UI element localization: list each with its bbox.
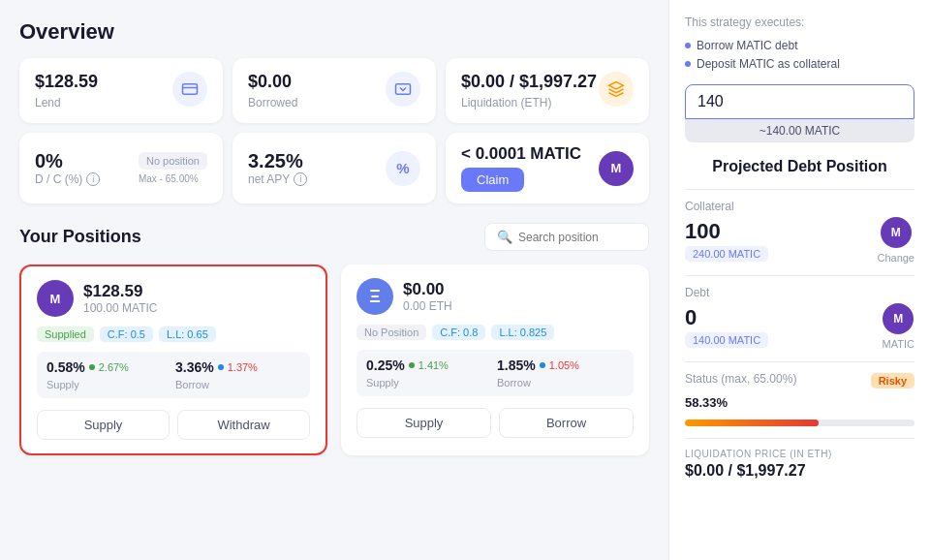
debt-matic-icon: M bbox=[883, 303, 914, 334]
amount-input-section: MATIC ~140.00 MATIC bbox=[685, 84, 914, 142]
eth-supply-rate: 0.25% bbox=[366, 358, 405, 373]
supply-label: Supply bbox=[46, 379, 79, 390]
eth-supply-label: Supply bbox=[366, 377, 399, 389]
lend-card: $128.59 Lend bbox=[19, 58, 223, 123]
dc-info-icon[interactable]: i bbox=[86, 172, 100, 186]
supplied-badge: Supplied bbox=[37, 327, 94, 342]
lend-label: Lend bbox=[35, 96, 98, 109]
risky-badge: Risky bbox=[871, 373, 914, 389]
svg-rect-0 bbox=[183, 84, 198, 95]
collateral-icon-wrap: M Change bbox=[877, 217, 914, 264]
amount-input-wrap: MATIC bbox=[685, 84, 914, 119]
matic-position-rates: 0.58% 2.67% Supply 3.36% 1.37% Borrow bbox=[37, 352, 310, 398]
search-input[interactable] bbox=[518, 231, 636, 244]
currency-label: MATIC bbox=[903, 87, 914, 117]
liq-value: $0.00 / $1,997.27 bbox=[685, 462, 914, 480]
liquidation-section: LIQUIDATION PRICE (IN ETH) $0.00 / $1,99… bbox=[685, 449, 914, 480]
netapy-card: 3.25% net APY i % bbox=[232, 133, 436, 203]
eth-position-sub: 0.00 ETH bbox=[403, 299, 452, 313]
no-position-badge: No position bbox=[139, 152, 207, 170]
overview-cards-row1: $128.59 Lend $0.00 Borrowed bbox=[19, 58, 649, 123]
dc-value: 0% bbox=[35, 150, 100, 172]
lend-value: $128.59 bbox=[35, 72, 98, 92]
eth-supply-change: 1.41% bbox=[418, 359, 449, 371]
rewards-card: < 0.0001 MATIC Claim M bbox=[446, 133, 649, 203]
search-box[interactable]: 🔍 bbox=[484, 223, 649, 251]
eth-supply-rate-dot bbox=[409, 362, 415, 368]
matic-position-sub: 100.00 MATIC bbox=[83, 301, 157, 315]
progress-bar-wrap bbox=[685, 420, 914, 426]
svg-rect-2 bbox=[396, 84, 411, 95]
liquidation-card: $0.00 / $1,997.27 Liquidation (ETH) bbox=[446, 58, 649, 123]
debt-currency-label: MATIC bbox=[883, 338, 914, 350]
strategy-item-deposit: Deposit MATIC as collateral bbox=[685, 57, 914, 71]
divider-4 bbox=[685, 438, 914, 439]
netapy-label: net APY i bbox=[248, 172, 307, 186]
eth-borrow-label: Borrow bbox=[497, 377, 531, 389]
divider-2 bbox=[685, 275, 914, 276]
change-collateral-button[interactable]: Change bbox=[877, 252, 914, 264]
liquidation-value: $0.00 / $1,997.27 bbox=[461, 72, 597, 92]
debt-icon-wrap: M MATIC bbox=[883, 303, 914, 350]
debt-sub: 140.00 MATIC bbox=[685, 332, 768, 348]
status-row: Status (max, 65.00%) Risky bbox=[685, 372, 914, 389]
matic-position-actions: Supply Withdraw bbox=[37, 410, 310, 440]
status-section: Status (max, 65.00%) Risky 58.33% bbox=[685, 372, 914, 426]
amount-hint: ~140.00 MATIC bbox=[685, 119, 914, 142]
matic-borrow-change: 1.37% bbox=[228, 361, 258, 373]
matic-borrow-rate: 3.36% bbox=[175, 359, 214, 375]
positions-title: Your Positions bbox=[19, 227, 141, 247]
collateral-value: 100 bbox=[685, 219, 768, 244]
matic-supply-rate: 0.58% bbox=[46, 359, 85, 375]
matic-withdraw-button[interactable]: Withdraw bbox=[177, 410, 310, 440]
borrowed-label: Borrowed bbox=[248, 96, 297, 109]
strategy-item-borrow: Borrow MATIC debt bbox=[685, 39, 914, 52]
matic-position-badges: Supplied C.F: 0.5 L.L: 0.65 bbox=[37, 327, 310, 342]
debt-value: 0 bbox=[685, 305, 768, 330]
positions-header: Your Positions 🔍 bbox=[19, 223, 649, 251]
eth-borrow-button[interactable]: Borrow bbox=[499, 408, 634, 438]
search-icon: 🔍 bbox=[497, 230, 512, 244]
eth-borrow-rate: 1.85% bbox=[497, 358, 536, 373]
progress-bar-fill bbox=[685, 420, 819, 426]
amount-field[interactable] bbox=[686, 85, 903, 118]
divider-1 bbox=[685, 189, 914, 190]
borrowed-icon bbox=[386, 72, 420, 107]
no-position-badge-eth: No Position bbox=[356, 325, 426, 340]
eth-borrow-rate-dot bbox=[540, 362, 545, 368]
ll-badge: L.L: 0.65 bbox=[159, 327, 216, 342]
collateral-section: Collateral 100 240.00 MATIC M Change bbox=[685, 200, 914, 264]
matic-supply-change: 2.67% bbox=[99, 361, 129, 373]
dc-max-label: Max - 65.00% bbox=[139, 173, 207, 184]
strategy-title: This strategy executes: bbox=[685, 16, 914, 29]
projected-debt-title: Projected Debt Position bbox=[685, 158, 914, 175]
overview-title: Overview bbox=[19, 19, 649, 45]
borrow-label: Borrow bbox=[175, 379, 209, 390]
eth-cf-badge: C.F: 0.8 bbox=[432, 325, 485, 340]
matic-position-amount: $128.59 bbox=[83, 282, 157, 301]
netapy-value: 3.25% bbox=[248, 150, 307, 172]
progress-percent: 58.33% bbox=[685, 395, 914, 410]
rewards-matic-icon: M bbox=[599, 151, 634, 186]
eth-borrow-change: 1.05% bbox=[549, 359, 579, 371]
positions-grid: M $128.59 100.00 MATIC Supplied C.F: 0.5… bbox=[19, 264, 649, 455]
eth-position-badges: No Position C.F: 0.8 L.L: 0.825 bbox=[356, 325, 634, 340]
eth-ll-badge: L.L: 0.825 bbox=[491, 325, 554, 340]
borrowed-value: $0.00 bbox=[248, 72, 297, 92]
eth-position-actions: Supply Borrow bbox=[356, 408, 634, 438]
divider-3 bbox=[685, 361, 914, 362]
claim-button[interactable]: Claim bbox=[461, 168, 524, 192]
left-panel: Overview $128.59 Lend $0.00 Borrowed bbox=[0, 0, 668, 560]
netapy-info-icon[interactable]: i bbox=[294, 172, 307, 186]
matic-supply-button[interactable]: Supply bbox=[37, 410, 170, 440]
dc-card: 0% D / C (%) i No position Max - 65.00% bbox=[19, 133, 223, 203]
percent-icon: % bbox=[386, 151, 420, 186]
liq-label: LIQUIDATION PRICE (IN ETH) bbox=[685, 449, 914, 459]
right-panel: This strategy executes: Borrow MATIC deb… bbox=[668, 0, 930, 560]
debt-label: Debt bbox=[685, 286, 914, 299]
liquidation-label: Liquidation (ETH) bbox=[461, 96, 597, 109]
position-card-eth: Ξ $0.00 0.00 ETH No Position C.F: 0.8 L.… bbox=[341, 264, 649, 455]
debt-section: Debt 0 140.00 MATIC M MATIC bbox=[685, 286, 914, 350]
collateral-label: Collateral bbox=[685, 200, 914, 213]
eth-supply-button[interactable]: Supply bbox=[356, 408, 491, 438]
